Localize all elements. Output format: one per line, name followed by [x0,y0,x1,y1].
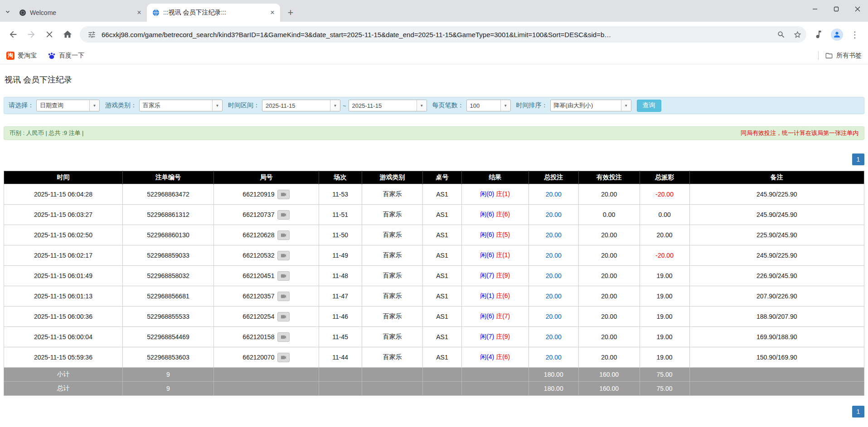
column-header: 游戏类别 [362,171,423,184]
video-replay-button[interactable] [277,230,290,240]
menu-icon[interactable]: ⋮ [846,26,863,43]
bookmark-label: 百度一下 [59,52,84,60]
cell-note: 207.90/226.90 [689,286,864,307]
page-1-button[interactable]: 1 [852,154,864,165]
cell-result: 闲(1) 庄(6) [461,286,529,307]
tab-close-icon[interactable]: × [135,9,143,17]
profile-avatar[interactable] [828,26,845,43]
column-header: 桌号 [423,171,461,184]
cell-total-bet: 20.00 [529,286,578,307]
result-banker: 庄(5) [496,231,510,238]
media-controls-icon[interactable] [810,26,827,43]
column-header: 注单编号 [122,171,213,184]
stop-loading-button[interactable] [41,26,58,43]
cell-payout: 20.00 [640,225,689,245]
result-banker: 庄(6) [496,353,510,360]
column-header: 总派彩 [640,171,689,184]
round-number: 662120451 [242,272,274,279]
time-sort-select[interactable]: 降幂(由大到小) ▼ [550,100,631,111]
forward-button[interactable] [23,26,40,43]
query-type-select[interactable]: 日期查询 ▼ [36,100,100,111]
tab-close-icon[interactable]: × [268,9,276,17]
cell-table: AS1 [423,327,461,347]
cell-result: 闲(6) 庄(7) [461,307,529,327]
round-number: 662120158 [242,333,274,341]
result-player: 闲(4) [480,353,494,360]
currency-summary-text: 币别 : 人民币 | 总共 :9 注单 | [10,129,84,137]
site-settings-icon[interactable] [85,28,98,41]
bookmark-star-icon[interactable] [791,28,804,41]
all-bookmarks-button[interactable]: 所有书签 [825,52,862,60]
sum-empty-cell [214,368,319,382]
cell-session: 11-51 [319,205,362,225]
total-bet-link[interactable]: 20.00 [546,313,562,320]
total-bet-link[interactable]: 20.00 [546,272,562,279]
total-bet-link[interactable]: 20.00 [546,252,562,259]
cell-note: 169.90/188.90 [689,327,864,347]
total-bet-link[interactable]: 20.00 [546,293,562,300]
sum-payout: 75.00 [640,368,689,382]
page-size-select[interactable]: 100 ▼ [466,100,511,111]
date-start-select[interactable]: 2025-11-15 ▼ [262,100,340,111]
sum-empty-cell [689,382,864,396]
video-replay-button[interactable] [277,271,290,281]
sum-count: 9 [122,368,213,382]
cell-game: 百家乐 [362,184,423,205]
table-body: 2025-11-15 06:04:28522968863472662120919… [4,184,864,368]
cell-session: 11-46 [319,307,362,327]
taobao-icon: 淘 [6,52,15,60]
zoom-icon[interactable] [775,28,787,41]
column-header: 时间 [4,171,123,184]
total-bet-link[interactable]: 20.00 [546,231,562,239]
chevron-down-icon[interactable] [2,2,14,22]
cell-valid-bet: 20.00 [578,307,640,327]
total-bet-link[interactable]: 20.00 [546,191,562,198]
cell-payout: 19.00 [640,286,689,307]
bookmark-taobao[interactable]: 淘 爱淘宝 [6,52,37,60]
video-replay-button[interactable] [277,312,290,321]
bet-records-table: 时间注单编号局号场次游戏类别桌号结果总投注有效投注总派彩备注 2025-11-1… [4,171,864,396]
tab-welcome[interactable]: Welcome × [14,4,147,22]
total-bet-link[interactable]: 20.00 [546,211,562,218]
video-replay-button[interactable] [277,210,290,220]
tab-bet-records[interactable]: :::视讯 会员下注纪录::: × [147,4,280,22]
sum-empty-cell [461,382,529,396]
game-category-select[interactable]: 百家乐 ▼ [139,100,223,111]
video-replay-button[interactable] [277,190,290,199]
video-replay-button[interactable] [277,292,290,301]
valid-bet-notice-text: 同局有效投注，统一计算在该局第一张注单内 [741,129,858,137]
round-number: 662120070 [242,354,274,361]
total-bet-link[interactable]: 20.00 [546,354,562,361]
video-replay-button[interactable] [277,353,290,362]
search-button[interactable]: 查询 [637,100,661,112]
new-tab-button[interactable]: + [284,6,297,19]
round-number: 662120254 [242,313,274,320]
address-bar[interactable]: 66cxkj98.com/game/betrecord_search/kind3… [80,26,806,43]
cell-valid-bet: 20.00 [578,184,640,205]
cell-session: 11-48 [319,266,362,286]
time-sort-value: 降幂(由大到小) [551,100,621,111]
round-number: 662120737 [242,211,274,218]
date-end-select[interactable]: 2025-11-15 ▼ [349,100,427,111]
table-row: 2025-11-15 06:01:13522968856681662120357… [4,286,864,307]
cell-valid-bet: 20.00 [578,225,640,245]
cell-session: 11-53 [319,184,362,205]
page-title: 视讯 会员下注纪录 [5,74,864,85]
home-button[interactable] [59,26,76,43]
cell-table: AS1 [423,286,461,307]
cell-time: 2025-11-15 06:00:04 [4,327,123,347]
bookmark-baidu[interactable]: 百度一下 [48,52,84,60]
total-bet-link[interactable]: 20.00 [546,333,562,341]
back-button[interactable] [5,26,22,43]
cell-game: 百家乐 [362,245,423,266]
cell-table: AS1 [423,184,461,205]
minimize-button[interactable] [804,0,825,18]
page-1-button[interactable]: 1 [852,406,864,417]
video-replay-button[interactable] [277,332,290,342]
cell-payout: 19.00 [640,347,689,368]
maximize-button[interactable] [825,0,847,18]
close-window-button[interactable] [847,0,868,18]
cell-payout: -20.00 [640,245,689,266]
game-category-label: 游戏类别： [105,101,137,110]
video-replay-button[interactable] [277,251,290,260]
